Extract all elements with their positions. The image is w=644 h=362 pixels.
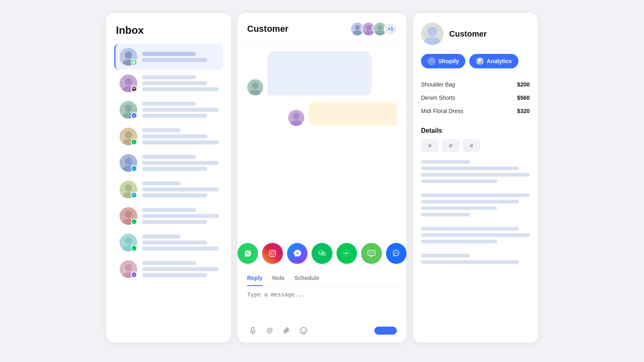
channel-whatsapp-btn[interactable] <box>237 243 258 264</box>
svg-point-44 <box>396 253 396 253</box>
svg-rect-46 <box>252 327 254 331</box>
note-line <box>421 173 530 177</box>
chat-messages <box>237 43 407 238</box>
analytics-button[interactable]: 📊 Analytics <box>469 54 518 68</box>
channel-livechat-btn[interactable] <box>386 243 407 264</box>
tab-schedule[interactable]: Schedule <box>294 275 319 286</box>
social-channels-row <box>237 238 407 269</box>
inbox-item-2[interactable]: 📸 <box>114 70 223 96</box>
attach-icon[interactable] <box>281 325 292 336</box>
text-line <box>142 114 207 118</box>
badge-telegram-6: ✈ <box>131 192 137 198</box>
channel-messenger-btn[interactable] <box>287 243 308 264</box>
channel-line-btn[interactable] <box>336 243 357 264</box>
text-line <box>142 241 207 245</box>
text-line <box>142 273 207 277</box>
note-line <box>421 193 530 197</box>
inbox-item-7[interactable]: L <box>114 203 223 229</box>
chat-reply-area: Reply Note Schedule @ <box>237 269 407 343</box>
badge-whatsapp-1 <box>131 59 137 66</box>
inbox-item-1[interactable] <box>114 44 223 70</box>
text-line <box>142 208 196 212</box>
svg-point-51 <box>427 27 437 36</box>
svg-point-19 <box>353 31 361 36</box>
svg-point-37 <box>324 253 324 254</box>
svg-point-14 <box>125 237 132 245</box>
badge-line-4: L <box>131 139 137 145</box>
channel-sms-btn[interactable] <box>361 243 382 264</box>
svg-point-8 <box>125 158 132 165</box>
text-line <box>142 187 219 191</box>
inbox-item-3[interactable]: m <box>114 97 223 123</box>
tag-2[interactable]: # <box>442 139 460 152</box>
note-line <box>421 160 470 164</box>
text-line <box>142 155 196 159</box>
note-line <box>421 206 497 210</box>
mention-icon[interactable]: @ <box>264 325 275 336</box>
inbox-item-5[interactable]: t <box>114 150 223 176</box>
msg-agent-avatar-wrap <box>288 110 304 126</box>
shopify-button[interactable]: 🛒 Shopify <box>421 54 465 68</box>
reply-tabs: Reply Note Schedule <box>237 269 407 286</box>
text-line <box>142 134 207 138</box>
avatar-wrap-2: 📸 <box>120 74 137 92</box>
avatar-wrap-7: L <box>120 207 137 225</box>
reply-input-area[interactable] <box>237 286 407 322</box>
avatar-group: +1 <box>350 22 397 36</box>
order-item-3: Midi Floral Dress $320 <box>421 105 530 117</box>
tag-1[interactable]: # <box>421 139 439 152</box>
svg-point-0 <box>125 51 132 59</box>
notes-lines <box>421 160 530 264</box>
order-item-1: Shoulder Bag $200 <box>421 78 530 91</box>
app-layout: Inbox <box>0 0 644 362</box>
text-line <box>142 267 219 271</box>
inbox-item-8[interactable]: L <box>114 230 223 255</box>
text-line <box>142 193 207 197</box>
svg-point-36 <box>322 253 323 254</box>
avatar-wrap-9: V <box>120 260 137 278</box>
analytics-icon: 📊 <box>476 57 484 65</box>
reply-textarea[interactable] <box>247 291 397 315</box>
text-line <box>142 140 219 144</box>
svg-point-49 <box>302 330 303 331</box>
svg-point-24 <box>252 82 258 89</box>
text-line <box>142 108 219 112</box>
badge-instagram-2: 📸 <box>131 86 137 92</box>
inbox-text-7 <box>142 208 219 224</box>
inbox-item-4[interactable]: L <box>114 123 223 149</box>
spacer <box>421 186 530 191</box>
tag-3[interactable]: # <box>463 139 481 152</box>
inbox-text-2 <box>142 75 219 91</box>
order-name-3: Midi Floral Dress <box>421 108 463 114</box>
svg-point-50 <box>304 330 305 331</box>
tab-reply[interactable]: Reply <box>247 275 262 286</box>
note-line <box>421 233 530 237</box>
avatar-wrap-8: L <box>120 234 137 251</box>
svg-point-27 <box>291 120 301 126</box>
service-buttons: 🛒 Shopify 📊 Analytics <box>421 54 530 68</box>
inbox-text-3 <box>142 102 219 118</box>
note-line <box>421 240 497 243</box>
inbox-item-9[interactable]: V <box>114 256 223 282</box>
send-button[interactable] <box>374 327 397 335</box>
channel-wechat-btn[interactable] <box>312 243 332 264</box>
order-list: Shoulder Bag $200 Denim Shorts $560 Midi… <box>421 78 530 117</box>
inbox-item-6[interactable]: ✈ <box>114 177 223 202</box>
spacer <box>421 219 530 224</box>
chat-title: Customer <box>247 24 289 34</box>
badge-messenger-3: m <box>131 112 137 119</box>
customer-header: Customer <box>421 23 530 45</box>
emoji-icon[interactable] <box>298 325 309 336</box>
customer-panel: Customer 🛒 Shopify 📊 Analytics Shoulder … <box>413 13 538 343</box>
note-line <box>421 227 519 230</box>
svg-point-25 <box>250 90 260 95</box>
avatar-wrap-5: t <box>120 154 137 172</box>
details-section: Details # # # <box>421 127 530 152</box>
channel-instagram-btn[interactable] <box>262 243 283 264</box>
chat-avatar-plus: +1 <box>384 23 397 35</box>
order-item-2: Denim Shorts $560 <box>421 91 530 105</box>
tab-note[interactable]: Note <box>272 275 285 286</box>
mic-icon[interactable] <box>247 325 258 336</box>
svg-point-40 <box>371 253 372 253</box>
inbox-text-4 <box>142 128 219 144</box>
